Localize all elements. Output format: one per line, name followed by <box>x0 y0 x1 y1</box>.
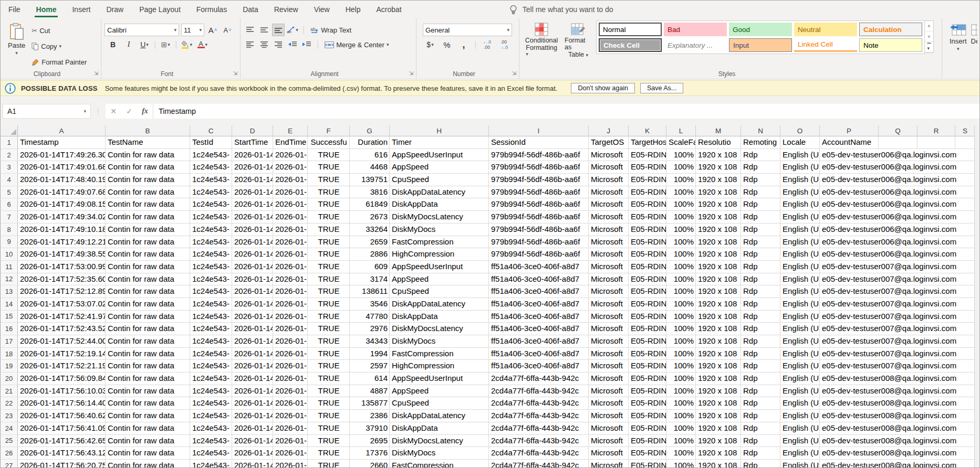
cell-C5[interactable]: 1c24e543- <box>190 186 232 199</box>
cell-E25[interactable]: 2026-01-14 <box>273 435 308 448</box>
cell-L14[interactable]: 100% <box>666 298 696 311</box>
cell-M11[interactable]: 1920 x 108 <box>696 261 741 273</box>
cell-B12[interactable]: Contin for raw data <box>106 273 190 286</box>
style-neutral[interactable]: Neutral <box>794 23 857 36</box>
cell-M19[interactable]: 1920 x 108 <box>696 360 741 373</box>
cell-A10[interactable]: 2026-01-14T17:49:38.553 <box>18 248 106 261</box>
cell-J12[interactable]: Microsoft <box>589 273 629 286</box>
cell-M1[interactable]: Resolutio <box>696 136 741 149</box>
cell-A3[interactable]: 2026-01-14T17:49:01.681 <box>18 161 106 174</box>
row-header-2[interactable]: 2 <box>1 149 18 162</box>
cell-C26[interactable]: 1c24e543- <box>190 447 232 460</box>
cell-H23[interactable]: DiskAppDataLatency <box>390 410 489 422</box>
tab-formulas[interactable]: Formulas <box>189 1 235 18</box>
cell-J1[interactable]: TargetOS <box>589 136 629 149</box>
cell-P1[interactable]: AccountName <box>820 136 879 149</box>
row-header-15[interactable]: 15 <box>1 311 18 323</box>
cell-D6[interactable]: 2026-01-14 <box>232 198 273 211</box>
cell-F19[interactable]: TRUE <box>308 360 350 373</box>
cell-A9[interactable]: 2026-01-14T17:49:12.217 <box>18 236 106 249</box>
cell-I11[interactable]: ff51a406-3ce0-406f-a8d7 <box>489 261 589 273</box>
cell-M3[interactable]: 1920 x 108 <box>696 161 741 174</box>
cell-K17[interactable]: E05-RDINF <box>629 335 666 348</box>
cell-N12[interactable]: Rdp <box>741 273 780 286</box>
cell-O12[interactable]: English (U <box>780 273 820 286</box>
cell-C20[interactable]: 1c24e543- <box>190 373 232 385</box>
cell-M2[interactable]: 1920 x 108 <box>696 149 741 162</box>
cell-L3[interactable]: 100% <box>666 161 696 174</box>
cell-G20[interactable]: 614 <box>350 373 390 385</box>
cell-A15[interactable]: 2026-01-14T17:52:41.973 <box>18 311 106 323</box>
font-dialog-launcher[interactable]: ⇲ <box>232 71 238 77</box>
cell-A27[interactable]: 2026-01-14T17:56:20.755 <box>18 460 106 467</box>
cell-P13[interactable]: e05-dev-testuser007@qa.loginvsi.com <box>820 285 975 298</box>
cell-I12[interactable]: ff51a406-3ce0-406f-a8d7 <box>489 273 589 286</box>
cell-I20[interactable]: 2cd4a77f-6ffa-443b-942c <box>489 373 589 385</box>
cell-O16[interactable]: English (U <box>780 323 820 335</box>
cell-L23[interactable]: 100% <box>666 410 696 422</box>
cell-J9[interactable]: Microsoft <box>589 236 629 249</box>
cell-D22[interactable]: 2026-01-14 <box>232 397 273 410</box>
cell-G3[interactable]: 4468 <box>350 161 390 174</box>
cell-I18[interactable]: ff51a406-3ce0-406f-a8d7 <box>489 348 589 360</box>
cell-G5[interactable]: 3816 <box>350 186 390 199</box>
cell-C13[interactable]: 1c24e543- <box>190 285 232 298</box>
accounting-format-button[interactable]: $▾ <box>424 38 436 51</box>
cell-N8[interactable]: Rdp <box>741 224 780 236</box>
cell-R1[interactable] <box>918 136 955 149</box>
alignment-dialog-launcher[interactable]: ⇲ <box>408 71 414 77</box>
cell-N3[interactable]: Rdp <box>741 161 780 174</box>
cell-C25[interactable]: 1c24e543- <box>190 435 232 448</box>
cell-F13[interactable]: TRUE <box>308 285 350 298</box>
cell-O17[interactable]: English (U <box>780 335 820 348</box>
cell-A2[interactable]: 2026-01-14T17:49:26.307 <box>18 149 106 162</box>
cell-G27[interactable]: 2660 <box>350 460 390 467</box>
cell-D12[interactable]: 2026-01-14 <box>232 273 273 286</box>
cell-E10[interactable]: 2026-01-14 <box>273 248 308 261</box>
cell-K25[interactable]: E05-RDINF <box>629 435 666 448</box>
merge-center-button[interactable]: Merge & Center ▾ <box>322 39 391 50</box>
cell-F14[interactable]: TRUE <box>308 298 350 311</box>
cell-B11[interactable]: Contin for raw data <box>106 261 190 273</box>
cell-E17[interactable]: 2026-01-14 <box>273 335 308 348</box>
cell-K27[interactable]: E05-RDINF <box>629 460 666 467</box>
cell-K13[interactable]: E05-RDINF <box>629 285 666 298</box>
cell-I4[interactable]: 979b994f-56df-486b-aa6f <box>489 174 589 186</box>
cell-C2[interactable]: 1c24e543- <box>190 149 232 162</box>
style-linked-cell[interactable]: Linked Cell <box>794 38 857 52</box>
cell-M15[interactable]: 1920 x 108 <box>696 311 741 323</box>
cell-K5[interactable]: E05-RDINF <box>629 186 666 199</box>
cell-N11[interactable]: Rdp <box>741 261 780 273</box>
row-header-24[interactable]: 24 <box>1 422 18 435</box>
cell-C4[interactable]: 1c24e543- <box>190 174 232 186</box>
cell-H16[interactable]: DiskMyDocsLatency <box>390 323 489 335</box>
cell-N15[interactable]: Rdp <box>741 311 780 323</box>
cell-K6[interactable]: E05-RDINF <box>629 198 666 211</box>
column-header-E[interactable]: E <box>273 125 308 136</box>
align-right-button[interactable] <box>272 38 285 51</box>
cell-M6[interactable]: 1920 x 108 <box>696 198 741 211</box>
cell-O25[interactable]: English (U <box>780 435 820 448</box>
column-header-N[interactable]: N <box>741 125 780 136</box>
format-painter-button[interactable]: Format Painter <box>29 55 89 69</box>
cell-E2[interactable]: 2026-01-14 <box>273 149 308 162</box>
cell-A25[interactable]: 2026-01-14T17:56:42.659 <box>18 435 106 448</box>
gallery-scroll-up-icon[interactable]: ˄ <box>925 21 933 31</box>
cell-D23[interactable]: 2026-01-14 <box>232 410 273 422</box>
cell-E1[interactable]: EndTime <box>273 136 308 149</box>
style-note[interactable]: Note <box>859 38 922 52</box>
cell-C3[interactable]: 1c24e543- <box>190 161 232 174</box>
cell-A12[interactable]: 2026-01-14T17:52:35.609 <box>18 273 106 286</box>
cell-I17[interactable]: ff51a406-3ce0-406f-a8d7 <box>489 335 589 348</box>
decrease-indent-button[interactable] <box>286 38 299 51</box>
cell-D9[interactable]: 2026-01-14 <box>232 236 273 249</box>
cell-O19[interactable]: English (U <box>780 360 820 373</box>
cell-J19[interactable]: Microsoft <box>589 360 629 373</box>
cell-A22[interactable]: 2026-01-14T17:56:14.405 <box>18 397 106 410</box>
cell-F20[interactable]: TRUE <box>308 373 350 385</box>
cell-I23[interactable]: 2cd4a77f-6ffa-443b-942c <box>489 410 589 422</box>
wrap-text-button[interactable]: ab Wrap Text <box>308 24 353 36</box>
cell-A8[interactable]: 2026-01-14T17:49:10.186 <box>18 224 106 236</box>
cell-I16[interactable]: ff51a406-3ce0-406f-a8d7 <box>489 323 589 335</box>
cell-L7[interactable]: 100% <box>666 211 696 224</box>
